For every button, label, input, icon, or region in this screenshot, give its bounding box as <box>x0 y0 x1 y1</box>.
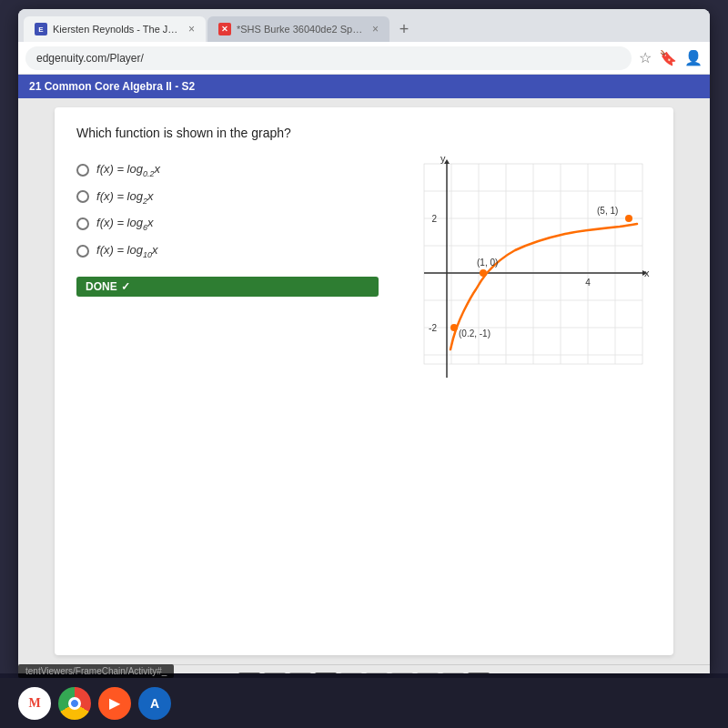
option-3[interactable]: f(x) = log6x <box>76 216 379 232</box>
y-axis-label: y <box>440 153 446 164</box>
graph-area: x y 4 2 -2 <box>397 153 652 393</box>
blue-app-icon[interactable]: A <box>138 687 171 720</box>
graph-svg: x y 4 2 -2 <box>397 153 652 393</box>
prev-button[interactable]: ◄ <box>238 672 260 673</box>
label-1-0: (1, 0) <box>477 258 498 268</box>
taskbar: M ▶ A <box>0 678 728 728</box>
chrome-icon[interactable] <box>58 687 91 720</box>
address-input[interactable] <box>25 46 632 70</box>
tab2-favicon: ✕ <box>218 23 231 35</box>
y-tick-2: 2 <box>431 214 437 224</box>
orange-app-icon[interactable]: ▶ <box>98 687 131 720</box>
nav-sq-8[interactable] <box>442 672 464 673</box>
tab1-close[interactable]: × <box>188 23 195 35</box>
option-1[interactable]: f(x) = log0.2x <box>76 162 379 178</box>
label-0.2-neg1: (0.2, -1) <box>459 329 490 339</box>
label-5-1: (5, 1) <box>597 206 618 216</box>
tab-bar: E Kiersten Reynolds - The Jungle T × ✕ *… <box>18 9 710 42</box>
url-bottom: tentViewers/FrameChain/Activity#_ <box>18 664 174 678</box>
next-button[interactable]: ► <box>468 672 490 673</box>
y-tick-neg2: -2 <box>429 323 437 333</box>
address-bar: ☆ 🔖 👤 <box>18 42 710 75</box>
add-tab-button[interactable]: + <box>391 16 417 42</box>
done-button[interactable]: DONE ✓ <box>76 277 379 297</box>
radio-2[interactable] <box>76 190 89 203</box>
point-5-1 <box>625 215 632 222</box>
nav-sq-5[interactable] <box>366 672 388 673</box>
radio-4[interactable] <box>76 245 89 258</box>
option-4-label: f(x) = log10x <box>96 243 157 259</box>
tab-2[interactable]: ✕ *SHS Burke 36040de2 Spring 20 × <box>207 16 389 42</box>
point-0.2-neg1 <box>450 324 458 331</box>
option-1-label: f(x) = log0.2x <box>96 162 160 178</box>
option-4[interactable]: f(x) = log10x <box>76 243 379 259</box>
tab1-label: Kiersten Reynolds - The Jungle T <box>53 24 179 35</box>
gmail-icon[interactable]: M <box>18 687 51 720</box>
question-card: Which function is shown in the graph? f(… <box>55 107 673 655</box>
nav-sq-6[interactable] <box>391 672 413 673</box>
subject-label: 21 Common Core Algebra II - S2 <box>29 80 195 93</box>
content-area: Which function is shown in the graph? f(… <box>18 98 710 664</box>
nav-sq-2[interactable] <box>289 672 311 673</box>
done-check-icon: ✓ <box>121 280 130 293</box>
x-tick-4: 4 <box>585 278 591 288</box>
options-panel: f(x) = log0.2x f(x) = log2x f(x) = log6x <box>76 153 379 393</box>
subject-bar: 21 Common Core Algebra II - S2 <box>18 75 710 98</box>
question-text: Which function is shown in the graph? <box>76 126 652 140</box>
nav-sq-4[interactable] <box>340 672 362 673</box>
option-2-label: f(x) = log2x <box>96 189 153 206</box>
option-2[interactable]: f(x) = log2x <box>76 189 379 206</box>
tab2-label: *SHS Burke 36040de2 Spring 20 <box>237 24 363 35</box>
nav-sq-7[interactable] <box>417 672 439 673</box>
address-icons: ☆ 🔖 👤 <box>639 49 703 66</box>
option-3-label: f(x) = log6x <box>96 216 153 232</box>
browser-window: E Kiersten Reynolds - The Jungle T × ✕ *… <box>18 9 710 673</box>
profile-icon[interactable]: 👤 <box>684 49 703 66</box>
tab1-favicon: E <box>35 23 47 35</box>
radio-1[interactable] <box>76 164 89 177</box>
point-1-0 <box>480 269 487 277</box>
done-label: DONE <box>86 280 117 293</box>
x-axis-label: x <box>644 268 650 278</box>
tab2-close[interactable]: × <box>372 23 379 35</box>
bookmark-icon[interactable]: 🔖 <box>659 49 677 66</box>
nav-sq-1[interactable] <box>264 672 286 673</box>
tab-1[interactable]: E Kiersten Reynolds - The Jungle T × <box>24 16 206 42</box>
radio-3[interactable] <box>76 217 89 230</box>
question-body: f(x) = log0.2x f(x) = log2x f(x) = log6x <box>76 153 652 393</box>
star-icon[interactable]: ☆ <box>639 49 652 66</box>
nav-sq-3[interactable] <box>315 672 337 673</box>
